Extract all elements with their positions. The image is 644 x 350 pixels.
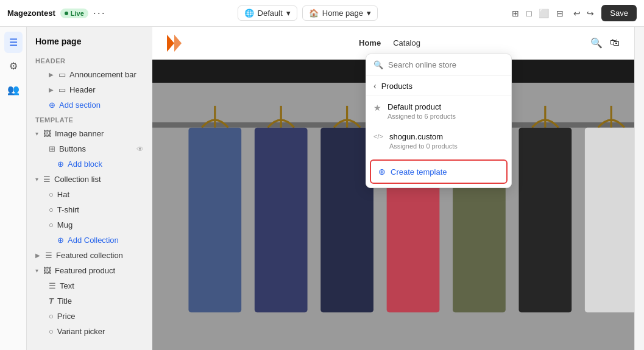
dropdown-item-default[interactable]: ★ Default product Assigned to 6 products xyxy=(366,96,511,126)
logo-svg xyxy=(167,35,189,52)
page-chevron-icon: ▾ xyxy=(367,9,371,18)
sidebar-icon-sections[interactable]: ☰ xyxy=(4,32,23,53)
header-section-label: Header xyxy=(27,54,152,67)
add-collection-label: Add Collection xyxy=(68,236,119,245)
live-dot xyxy=(65,12,68,15)
back-arrow-icon: ‹ xyxy=(373,81,377,91)
device-icon-4[interactable]: ⊟ xyxy=(554,6,566,21)
shogun-sub: Assigned to 0 products xyxy=(389,142,458,150)
dropdown-menu: 🔍 ‹ Products ★ Default product Assigned … xyxy=(366,54,512,188)
more-options-button[interactable]: ··· xyxy=(93,7,106,19)
add-block-label: Add block xyxy=(68,159,102,169)
chevron-right-icon: ▶ xyxy=(35,252,40,259)
featured-product-icon: 🖼 xyxy=(43,266,51,275)
sidebar-icon-strip: ☰ ⚙ 👥 xyxy=(0,27,27,350)
sidebar-item-text[interactable]: ☰ Text xyxy=(27,278,152,293)
svg-rect-6 xyxy=(188,128,241,313)
tshirt-label: T-shirt xyxy=(57,205,79,214)
search-icon: 🔍 xyxy=(373,60,383,69)
sidebar-item-title[interactable]: T Title xyxy=(27,293,152,309)
store-name: Magezontest xyxy=(7,9,55,18)
svg-marker-0 xyxy=(167,35,174,52)
store-logo xyxy=(167,35,189,52)
featured-product-label: Featured product xyxy=(55,266,115,275)
svg-rect-8 xyxy=(255,128,308,313)
save-button[interactable]: Save xyxy=(601,5,637,21)
title-icon: T xyxy=(49,296,54,306)
plus-icon: ⊕ xyxy=(57,236,64,245)
device-icon-1[interactable]: ⊞ xyxy=(509,6,522,21)
sidebar-item-buttons[interactable]: ⊞ Buttons 👁 xyxy=(27,141,152,156)
right-scrollbar xyxy=(634,27,644,350)
search-input[interactable] xyxy=(388,60,504,69)
variant-picker-label: Variant picker xyxy=(57,327,105,336)
add-collection-link[interactable]: ⊕ Add Collection xyxy=(27,233,152,248)
dropdown-item-default-text: Default product Assigned to 6 products xyxy=(387,102,456,120)
shogun-title: shogun.custom xyxy=(389,132,458,141)
plus-icon: ⊕ xyxy=(49,100,55,110)
svg-rect-16 xyxy=(518,128,571,313)
sidebar-item-announcement-bar[interactable]: ▶ ▭ Announcement bar xyxy=(27,67,152,82)
tshirt-icon: ○ xyxy=(49,205,54,214)
live-label: Live xyxy=(71,10,84,17)
topbar-left: Magezontest Live ··· xyxy=(7,7,106,19)
sidebar-item-image-banner[interactable]: ▾ 🖼 Image banner xyxy=(27,126,152,141)
collection-list-label: Collection list xyxy=(54,175,101,184)
device-icon-3[interactable]: ⬜ xyxy=(536,6,551,21)
page-label: Home page xyxy=(322,9,363,18)
sidebar-item-price[interactable]: ○ Price xyxy=(27,309,152,324)
price-icon: ○ xyxy=(49,312,54,321)
section-icon: ▭ xyxy=(58,70,66,79)
section-icon: ▭ xyxy=(58,85,66,94)
hat-label: Hat xyxy=(57,190,69,199)
sidebar-item-hat[interactable]: ○ Hat xyxy=(27,187,152,202)
cart-icon[interactable]: 🛍 xyxy=(610,37,620,49)
topbar-center: 🌐 Default ▾ 🏠 Home page ▾ xyxy=(111,5,504,21)
mug-icon: ○ xyxy=(49,220,54,229)
text-label: Text xyxy=(60,281,74,290)
device-icons: ⊞ □ ⬜ ⊟ xyxy=(509,6,566,21)
dropdown-back-button[interactable]: ‹ Products xyxy=(366,76,511,96)
redo-button[interactable]: ↪ xyxy=(584,6,596,21)
create-template-label: Create template xyxy=(391,167,447,177)
nav-link-home[interactable]: Home xyxy=(359,38,381,47)
chevron-right-icon: ▶ xyxy=(49,71,54,78)
featured-collection-label: Featured collection xyxy=(56,251,123,260)
preview-inner: Home Catalog 🔍 🛍 xyxy=(152,27,634,350)
add-section-label: Add section xyxy=(59,100,101,110)
sidebar-item-featured-product[interactable]: ▾ 🖼 Featured product xyxy=(27,263,152,278)
undo-button[interactable]: ↩ xyxy=(571,6,583,21)
nav-link-catalog[interactable]: Catalog xyxy=(393,38,420,47)
env-selector[interactable]: 🌐 Default ▾ xyxy=(238,5,297,21)
sidebar-content: Home page Header ▶ ▭ Announcement bar ▶ … xyxy=(27,27,152,350)
sidebar-item-featured-collection[interactable]: ▶ ☰ Featured collection xyxy=(27,248,152,263)
sidebar-icon-settings[interactable]: ⚙ xyxy=(4,55,23,77)
template-section-label: Template xyxy=(27,113,152,126)
chevron-down-icon: ▾ xyxy=(35,130,38,137)
add-section-link[interactable]: ⊕ Add section xyxy=(27,97,152,113)
search-icon[interactable]: 🔍 xyxy=(590,37,603,49)
default-product-sub: Assigned to 6 products xyxy=(387,113,456,120)
eye-icon: 👁 xyxy=(136,145,144,153)
main-layout: ☰ ⚙ 👥 Home page Header ▶ ▭ Announcement … xyxy=(0,27,644,350)
page-selector[interactable]: 🏠 Home page ▾ xyxy=(302,5,378,21)
variant-icon: ○ xyxy=(49,327,54,336)
svg-rect-18 xyxy=(585,128,634,313)
sidebar-item-variant-picker[interactable]: ○ Variant picker xyxy=(27,324,152,339)
sidebar-item-mug[interactable]: ○ Mug xyxy=(27,217,152,233)
sidebar-item-header[interactable]: ▶ ▭ Header xyxy=(27,82,152,97)
preview-area: Home Catalog 🔍 🛍 xyxy=(152,27,634,350)
create-template-button[interactable]: ⊕ Create template xyxy=(370,159,508,184)
sidebar-item-tshirt[interactable]: ○ T-shirt xyxy=(27,202,152,217)
env-chevron-icon: ▾ xyxy=(286,9,291,18)
undo-redo-group: ↩ ↪ xyxy=(571,6,596,21)
dropdown-search: 🔍 xyxy=(366,54,511,76)
device-icon-2[interactable]: □ xyxy=(524,6,534,21)
sidebar-item-collection-list[interactable]: ▾ ☰ Collection list xyxy=(27,172,152,187)
plus-icon: ⊕ xyxy=(57,159,64,169)
buttons-label: Buttons xyxy=(59,144,86,153)
sidebar-icon-users[interactable]: 👥 xyxy=(2,79,24,100)
add-block-link[interactable]: ⊕ Add block xyxy=(27,156,152,172)
dropdown-item-shogun[interactable]: </> shogun.custom Assigned to 0 products xyxy=(366,126,511,156)
topbar-right: ⊞ □ ⬜ ⊟ ↩ ↪ Save xyxy=(509,5,637,21)
